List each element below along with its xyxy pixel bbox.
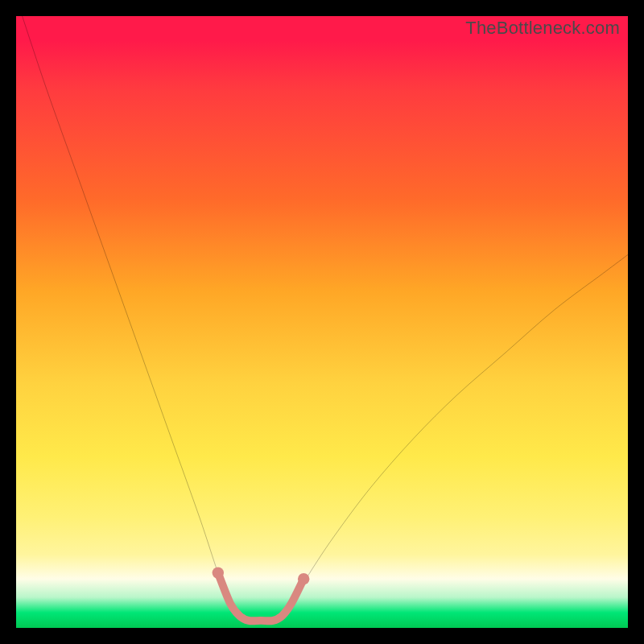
curve-bottom-highlight — [218, 573, 303, 621]
chart-frame: TheBottleneck.com — [0, 0, 644, 644]
curve-layer — [16, 16, 628, 628]
highlight-end-dot — [213, 567, 224, 578]
curve-right — [283, 254, 628, 615]
bottleneck-curve — [23, 16, 628, 621]
highlight-end-dot — [298, 573, 309, 584]
curve-left — [23, 16, 240, 616]
highlight-dots — [213, 567, 310, 584]
gradient-plot-area: TheBottleneck.com — [16, 16, 628, 628]
